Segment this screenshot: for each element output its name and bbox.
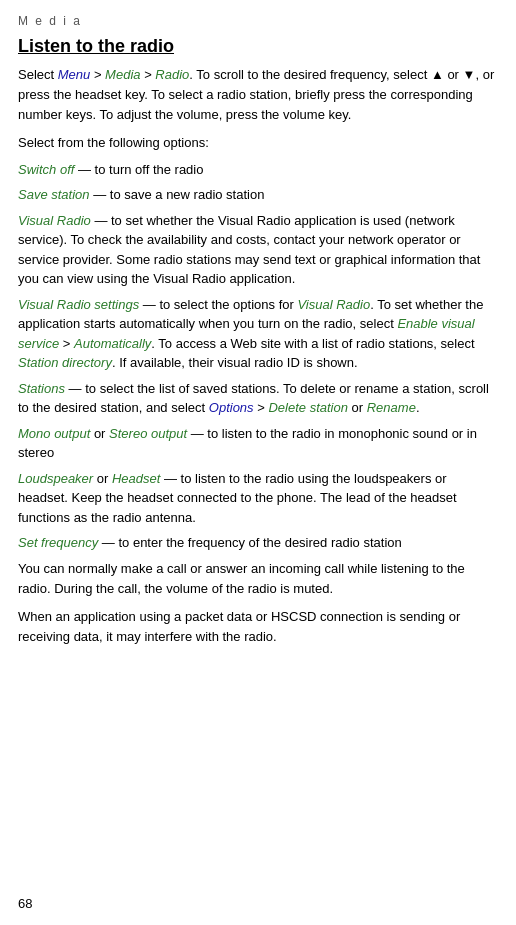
option-stations: Stations — to select the list of saved s… [18,379,498,418]
options-link: Options [209,400,254,415]
visual-radio-link: Visual Radio [18,213,91,228]
loudspeaker-link: Loudspeaker [18,471,93,486]
option-switch-off: Switch off — to turn off the radio [18,160,498,180]
footer-text-2: When an application using a packet data … [18,607,498,647]
option-visual-radio: Visual Radio — to set whether the Visual… [18,211,498,289]
stereo-output-link: Stereo output [109,426,187,441]
set-frequency-link: Set frequency [18,535,98,550]
intro-paragraph: Select Menu > Media > Radio. To scroll t… [18,65,498,125]
media-link: Media [105,67,140,82]
page-number: 68 [18,896,32,911]
radio-link: Radio [155,67,189,82]
options-intro: Select from the following options: [18,133,498,153]
menu-link: Menu [58,67,91,82]
option-mono-stereo: Mono output or Stereo output — to listen… [18,424,498,463]
visual-radio-link2: Visual Radio [297,297,370,312]
switch-off-link: Switch off [18,162,74,177]
option-visual-radio-settings: Visual Radio settings — to select the op… [18,295,498,373]
station-directory-link: Station directory [18,355,112,370]
headset-link: Headset [112,471,160,486]
page-title: Listen to the radio [18,36,498,57]
footer-text-1: You can normally make a call or answer a… [18,559,498,599]
visual-radio-settings-link: Visual Radio settings [18,297,139,312]
stations-link: Stations [18,381,65,396]
mono-output-link: Mono output [18,426,90,441]
option-set-frequency: Set frequency — to enter the frequency o… [18,533,498,553]
option-loudspeaker-headset: Loudspeaker or Headset — to listen to th… [18,469,498,528]
option-save-station: Save station — to save a new radio stati… [18,185,498,205]
delete-station-link: Delete station [268,400,348,415]
rename-link: Rename [367,400,416,415]
automatically-link: Automatically [74,336,151,351]
save-station-link: Save station [18,187,90,202]
header-label: M e d i a [18,14,498,28]
